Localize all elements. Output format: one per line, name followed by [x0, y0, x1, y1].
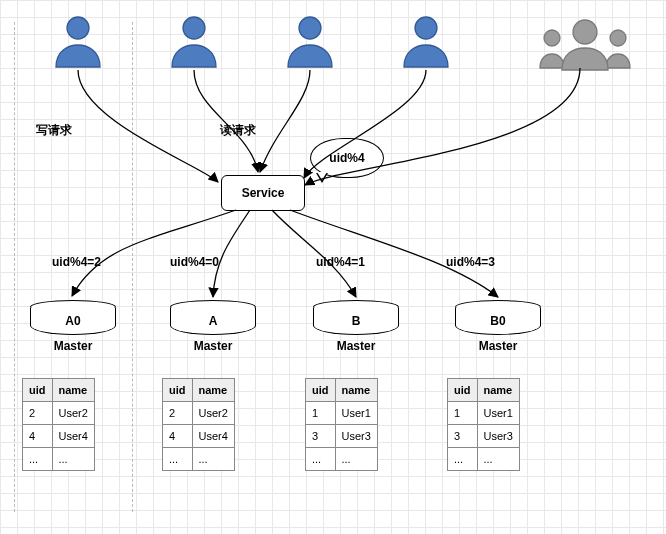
svg-point-2 — [299, 17, 321, 39]
col-name: name — [477, 379, 519, 402]
table-a: uidname 2User2 4User4 ...... — [162, 378, 235, 471]
table-row: ...... — [163, 448, 235, 471]
col-uid: uid — [306, 379, 336, 402]
db-role: Master — [170, 339, 256, 353]
db-role: Master — [30, 339, 116, 353]
col-name: name — [52, 379, 94, 402]
table-row: ...... — [306, 448, 378, 471]
read-request-label: 读请求 — [220, 122, 256, 139]
diagram-canvas: 写请求 读请求 Service uid%4 uid%4=2 uid%4=0 ui… — [0, 0, 666, 534]
table-row: 1User1 — [448, 402, 520, 425]
table-row: 3User3 — [306, 425, 378, 448]
db-role: Master — [313, 339, 399, 353]
user-icon — [280, 12, 340, 72]
db-name: B — [313, 308, 399, 335]
guide-line — [132, 22, 133, 512]
col-name: name — [192, 379, 234, 402]
users-group-icon — [530, 14, 640, 72]
svg-point-4 — [544, 30, 560, 46]
table-row: 4User4 — [23, 425, 95, 448]
col-uid: uid — [23, 379, 53, 402]
table-b: uidname 1User1 3User3 ...... — [305, 378, 378, 471]
rule-label-b: uid%4=1 — [316, 255, 365, 269]
col-name: name — [335, 379, 377, 402]
col-uid: uid — [163, 379, 193, 402]
write-request-label: 写请求 — [36, 122, 72, 139]
db-role: Master — [455, 339, 541, 353]
svg-point-3 — [415, 17, 437, 39]
table-b0: uidname 1User1 3User3 ...... — [447, 378, 520, 471]
user-icon — [48, 12, 108, 72]
service-label: Service — [242, 186, 285, 200]
guide-line — [14, 22, 15, 512]
db-a: A Master — [170, 300, 256, 353]
table-a0: uidname 2User2 4User4 ...... — [22, 378, 95, 471]
user-icon — [396, 12, 456, 72]
rule-label-a: uid%4=0 — [170, 255, 219, 269]
table-row: 2User2 — [23, 402, 95, 425]
db-a0: A0 Master — [30, 300, 116, 353]
svg-point-5 — [610, 30, 626, 46]
table-row: 2User2 — [163, 402, 235, 425]
rule-label-a0: uid%4=2 — [52, 255, 101, 269]
table-row: 1User1 — [306, 402, 378, 425]
table-row: 4User4 — [163, 425, 235, 448]
svg-point-6 — [573, 20, 597, 44]
table-row: 3User3 — [448, 425, 520, 448]
svg-point-0 — [67, 17, 89, 39]
routing-key-label: uid%4 — [329, 151, 364, 165]
db-b0: B0 Master — [455, 300, 541, 353]
service-node: Service — [221, 175, 305, 211]
db-name: A — [170, 308, 256, 335]
table-row: ...... — [448, 448, 520, 471]
svg-point-1 — [183, 17, 205, 39]
db-b: B Master — [313, 300, 399, 353]
db-name: A0 — [30, 308, 116, 335]
db-name: B0 — [455, 308, 541, 335]
bubble-tail-icon — [317, 172, 327, 180]
col-uid: uid — [448, 379, 478, 402]
rule-label-b0: uid%4=3 — [446, 255, 495, 269]
table-row: ...... — [23, 448, 95, 471]
user-icon — [164, 12, 224, 72]
